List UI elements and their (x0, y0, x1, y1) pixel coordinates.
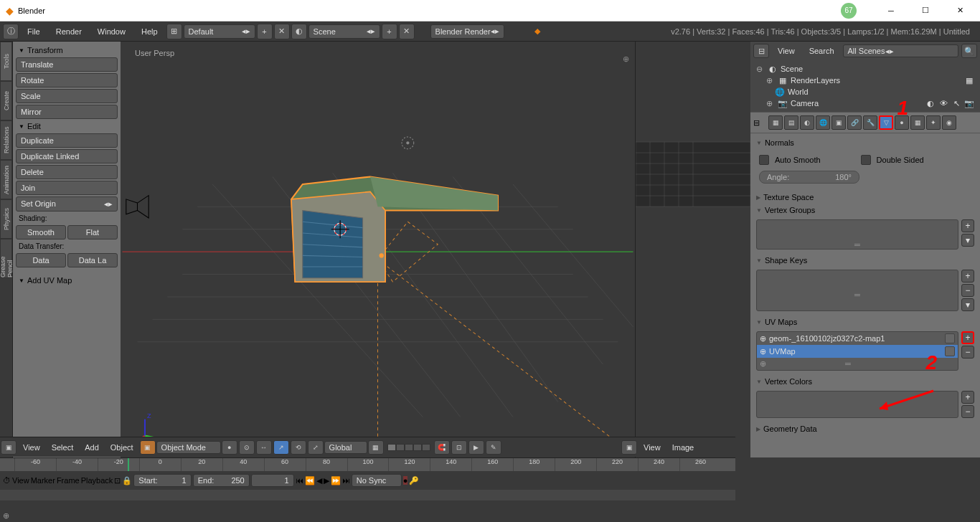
snap-icon[interactable]: 🧲 (434, 440, 450, 455)
viewport-3d[interactable]: User Persp (121, 42, 636, 457)
maximize-button[interactable]: ☐ (911, 1, 940, 21)
edit-header[interactable]: Edit (16, 120, 118, 132)
tl-last-icon[interactable]: ⏭ (342, 476, 350, 485)
vgroups-list[interactable]: ⊕ ═ (756, 219, 958, 250)
snap-type-icon[interactable]: ⊡ (451, 440, 467, 455)
vcolor-add-button[interactable]: + (961, 391, 974, 404)
uv-active-icon[interactable] (945, 346, 955, 356)
timeline-ruler[interactable]: -60 -40 -20 0 20 40 60 80 100 120 140 16… (0, 458, 735, 471)
vgroup-add-button[interactable]: + (961, 219, 974, 232)
prop-type-icon[interactable]: ⊟ (753, 118, 760, 128)
render-icon[interactable]: 📷 (964, 98, 974, 108)
outliner-view[interactable]: View (772, 47, 801, 55)
tab-mesh-data[interactable]: ▽ (879, 115, 893, 130)
notification-badge[interactable]: 67 (841, 3, 857, 19)
current-field[interactable]: 1 (251, 474, 294, 487)
uv-editor[interactable] (636, 42, 750, 457)
layer-2[interactable] (396, 444, 405, 451)
smooth-button[interactable]: Smooth (16, 225, 66, 239)
duplicate-button[interactable]: Duplicate (16, 133, 118, 148)
eye-icon[interactable]: 👁 (938, 98, 948, 108)
mode-icon[interactable]: ▣ (140, 440, 156, 455)
tl-marker[interactable]: Marker (31, 476, 55, 485)
vp-view[interactable]: View (17, 443, 46, 452)
outliner-tree[interactable]: ⊖ ◐ Scene ⊕ ▦ RenderLayers ▦ 🌐 World ⊕ 📷… (750, 60, 980, 112)
layer-5[interactable] (422, 444, 430, 451)
sync-dropdown[interactable]: No Sync (352, 474, 402, 487)
tab-physics[interactable]: ◉ (942, 115, 956, 130)
menu-render[interactable]: Render (49, 22, 89, 42)
shapekey-add-button[interactable]: + (961, 270, 974, 283)
tab-world[interactable]: 🌐 (816, 115, 830, 130)
vtab-tools[interactable]: Tools (0, 42, 12, 81)
menu-window[interactable]: Window (90, 22, 133, 42)
layer-1[interactable] (387, 444, 396, 451)
outliner-filter[interactable]: All Scenes◂▸ (843, 44, 958, 57)
scene-browse-icon[interactable]: ◐ (291, 24, 307, 39)
vgroup-menu-button[interactable]: ▾ (961, 234, 974, 247)
tl-editor-icon[interactable]: ⏱ (3, 476, 11, 485)
layout-del-button[interactable]: ✕ (274, 24, 290, 39)
cam-data-icon[interactable]: ◐ (925, 98, 936, 108)
tl-next-icon[interactable]: ⏩ (331, 476, 341, 485)
geomdata-header[interactable]: Geometry Data (753, 422, 977, 435)
vcolors-header[interactable]: Vertex Colors (753, 375, 977, 388)
rl-icon2[interactable]: ▦ (964, 75, 974, 85)
tab-scene[interactable]: ◐ (800, 115, 814, 130)
uvmap-add-button[interactable]: + (961, 331, 974, 344)
viewport-plus-icon[interactable]: ⊕ (623, 54, 629, 64)
data-button[interactable]: Data (16, 253, 66, 267)
tl-playback[interactable]: Playback (81, 476, 113, 485)
keyset-icon[interactable]: 🔑 (409, 476, 419, 485)
manip-r-icon[interactable]: ⟲ (291, 440, 306, 455)
vp-select[interactable]: Select (46, 443, 80, 452)
vcolor-del-button[interactable]: − (961, 405, 974, 418)
menu-file[interactable]: File (20, 22, 47, 42)
tab-constraints[interactable]: 🔗 (847, 115, 862, 130)
manip-icon[interactable]: ↔ (256, 440, 272, 455)
engine-dropdown[interactable]: Blender Render◂▸ (430, 24, 504, 39)
scene-add-button[interactable]: + (382, 24, 397, 39)
shading-icon[interactable]: ● (222, 440, 237, 455)
vp-add[interactable]: Add (79, 443, 105, 452)
vtab-animation[interactable]: Animation (0, 160, 12, 199)
tab-renderlayers[interactable]: ▤ (784, 115, 798, 130)
tl-play-icon[interactable]: ▶ (324, 476, 329, 485)
shapekey-del-button[interactable]: − (961, 284, 974, 297)
outliner-search[interactable]: Search (804, 47, 840, 55)
scale-button[interactable]: Scale (16, 89, 118, 103)
tab-render[interactable]: ▦ (768, 115, 783, 130)
vtab-physics[interactable]: Physics (0, 199, 12, 239)
flat-button[interactable]: Flat (67, 225, 118, 239)
tl-prev-icon[interactable]: ⏪ (305, 476, 315, 485)
duplink-button[interactable]: Duplicate Linked (16, 149, 118, 163)
rotate-button[interactable]: Rotate (16, 73, 118, 87)
uv-image[interactable]: Image (666, 443, 700, 452)
scene-del-button[interactable]: ✕ (399, 24, 415, 39)
datala-button[interactable]: Data La (67, 253, 118, 267)
pivot-icon[interactable]: ⊙ (239, 440, 255, 455)
start-field[interactable]: Start:1 (133, 474, 191, 487)
autokey-icon[interactable]: ● (403, 476, 408, 485)
mode-dropdown[interactable]: Object Mode (156, 441, 221, 454)
uvmap-del-button[interactable]: − (961, 346, 974, 359)
render-preview-icon[interactable]: ▶ (468, 440, 484, 455)
delete-button[interactable]: Delete (16, 165, 118, 179)
manip-t-icon[interactable]: ↗ (273, 440, 289, 455)
tab-modifiers[interactable]: 🔧 (863, 115, 877, 130)
uvmaps-header[interactable]: UV Maps (753, 315, 977, 328)
doublesided-checkbox[interactable] (861, 155, 871, 165)
editor-type-icon[interactable]: ⓘ (3, 24, 19, 39)
uv-active-icon[interactable] (945, 333, 955, 343)
transform-header[interactable]: Transform (16, 44, 118, 56)
manip-s-icon[interactable]: ⤢ (308, 440, 324, 455)
uv-view[interactable]: View (638, 443, 666, 452)
translate-button[interactable]: Translate (16, 57, 118, 72)
orientation-dropdown[interactable]: Global (324, 441, 367, 454)
origin-button[interactable]: Set Origin◂▸ (16, 196, 118, 212)
layer-3[interactable] (405, 444, 413, 451)
shapekeys-list[interactable]: ═ (756, 270, 958, 311)
vp-object[interactable]: Object (105, 443, 139, 452)
tl-view[interactable]: View (12, 476, 29, 485)
layout-prev-icon[interactable]: ⊞ (166, 24, 182, 39)
